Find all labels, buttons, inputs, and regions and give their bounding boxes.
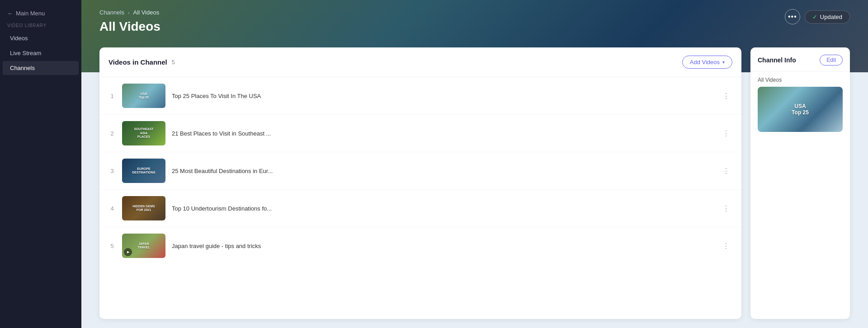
video-more-button[interactable]: ⋮ [720, 164, 732, 177]
videos-panel: Videos in Channel 5 Add Videos ▾ 1 USATo… [99, 47, 741, 319]
check-icon: ✓ [812, 14, 817, 20]
add-videos-button[interactable]: Add Videos ▾ [682, 56, 732, 69]
video-more-button[interactable]: ⋮ [720, 202, 732, 215]
table-row: 2 SOUTHEASTASIAPLACES 21 Best Places to … [99, 115, 741, 152]
top-right-actions: ••• ✓ Updated [785, 9, 850, 24]
video-number: 2 [108, 130, 116, 137]
video-thumbnail: HIDDEN GEMSFOR 2021 [122, 196, 165, 220]
main-menu-label: Main Menu [16, 10, 45, 17]
video-number: 3 [108, 168, 116, 174]
sidebar-item-videos[interactable]: Videos [3, 31, 79, 45]
updated-label: Updated [820, 14, 842, 20]
channel-info-panel: Channel Info Edit All Videos USATop 25 [750, 47, 850, 319]
table-row: 5 JAPANTRAVEL Japan travel guide - tips … [99, 227, 741, 264]
thumb-text: EUROPEDESTINATIONS [131, 166, 156, 176]
thumb-bg: HIDDEN GEMSFOR 2021 [122, 196, 165, 220]
header-area: Channels › All Videos All Videos [81, 0, 868, 43]
videos-count-badge: 5 [172, 59, 175, 66]
sidebar: ← Main Menu Video Library Videos Live St… [0, 0, 81, 328]
sidebar-item-label: Channels [10, 65, 35, 71]
channel-thumb-bg: USATop 25 [758, 87, 843, 132]
edit-button[interactable]: Edit [820, 55, 843, 66]
back-arrow-icon: ← [7, 10, 13, 17]
page-title: All Videos [99, 19, 850, 34]
channel-thumbnail: USATop 25 [758, 87, 843, 132]
video-title: Top 25 Places To Visit In The USA [172, 93, 713, 99]
video-thumbnail: EUROPEDESTINATIONS [122, 159, 165, 183]
thumb-bg: SOUTHEASTASIAPLACES [122, 121, 165, 145]
table-row: 3 EUROPEDESTINATIONS 25 Most Beautiful D… [99, 152, 741, 190]
thumb-text: SOUTHEASTASIAPLACES [133, 127, 154, 140]
video-title: 21 Best Places to Visit in Southeast ... [172, 130, 713, 137]
video-more-button[interactable]: ⋮ [720, 239, 732, 252]
videos-panel-title: Videos in Channel 5 [108, 58, 175, 66]
videos-panel-title-text: Videos in Channel [108, 58, 167, 66]
body-layout: Videos in Channel 5 Add Videos ▾ 1 USATo… [81, 47, 868, 328]
video-number: 1 [108, 93, 116, 99]
channel-info-title: Channel Info [758, 56, 796, 64]
sidebar-item-label: Live Stream [10, 50, 41, 56]
thumb-bg: EUROPEDESTINATIONS [122, 159, 165, 183]
sidebar-item-channels[interactable]: Channels [3, 61, 79, 75]
channel-thumb-text: USATop 25 [792, 103, 809, 116]
video-more-button[interactable]: ⋮ [720, 127, 732, 140]
table-row: 1 USATop 25 Top 25 Places To Visit In Th… [99, 77, 741, 115]
table-row: 4 HIDDEN GEMSFOR 2021 Top 10 Undertouris… [99, 190, 741, 227]
breadcrumb-current: All Videos [133, 9, 160, 16]
video-number: 5 [108, 243, 116, 249]
video-more-button[interactable]: ⋮ [720, 89, 732, 102]
main-content: Channels › All Videos All Videos ••• ✓ U… [81, 0, 868, 328]
channel-section-label: All Videos [750, 71, 850, 87]
sidebar-item-live-stream[interactable]: Live Stream [3, 46, 79, 60]
thumb-text: HIDDEN GEMSFOR 2021 [132, 204, 156, 213]
video-title: Japan travel guide - tips and tricks [172, 243, 713, 249]
more-button[interactable]: ••• [785, 9, 800, 24]
video-title: Top 10 Undertourism Destinations fo... [172, 205, 713, 212]
video-number: 4 [108, 205, 116, 212]
sidebar-item-label: Videos [10, 35, 28, 42]
sidebar-section-label: Video Library [0, 23, 81, 31]
video-list: 1 USATop 25 Top 25 Places To Visit In Th… [99, 77, 741, 264]
breadcrumb: Channels › All Videos [99, 9, 850, 16]
main-menu-item[interactable]: ← Main Menu [0, 7, 81, 23]
video-title: 25 Most Beautiful Destinations in Eur... [172, 168, 713, 174]
video-thumbnail: SOUTHEASTASIAPLACES [122, 121, 165, 145]
thumb-text: USATop 25 [138, 91, 150, 101]
updated-button[interactable]: ✓ Updated [805, 10, 850, 23]
videos-panel-header: Videos in Channel 5 Add Videos ▾ [99, 47, 741, 77]
channel-info-header: Channel Info Edit [750, 47, 850, 71]
play-icon [124, 248, 132, 256]
chevron-down-icon: ▾ [722, 60, 725, 65]
add-videos-label: Add Videos [690, 59, 720, 66]
video-thumbnail: JAPANTRAVEL [122, 234, 165, 258]
breadcrumb-separator: › [128, 10, 130, 15]
thumb-bg: USATop 25 [122, 84, 165, 108]
breadcrumb-channels[interactable]: Channels [99, 9, 124, 16]
thumb-text: JAPANTRAVEL [137, 241, 151, 251]
video-thumbnail: USATop 25 [122, 84, 165, 108]
